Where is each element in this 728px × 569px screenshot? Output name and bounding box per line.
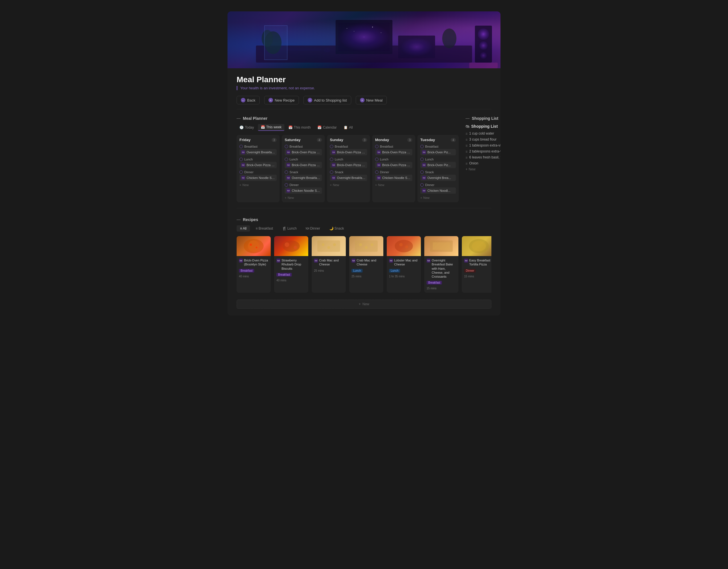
new-meal-link[interactable]: + New xyxy=(420,196,456,199)
svg-point-36 xyxy=(333,243,336,246)
recipe-card[interactable]: 🍽 Easy Breakfast Tortilla Pizza Dinner 1… xyxy=(462,236,491,293)
meal-item-text: Overnight Breakfast Bake with Ham, Ch... xyxy=(247,150,275,154)
recipe-card[interactable]: 🍽 Lobster Mac and Cheese Lunch 1 hr 35 m… xyxy=(387,236,421,293)
meal-item[interactable]: 🍽 Overnight Breakfast Bake with Ham, Ch.… xyxy=(330,175,367,181)
recipe-card[interactable]: 🍽 Strawberry Rhubarb Drop Biscuits Break… xyxy=(274,236,308,293)
meal-item-icon: 🍽 xyxy=(332,150,336,154)
tab-all[interactable]: 📋 All xyxy=(341,124,355,131)
meal-type-text: Breakfast xyxy=(289,145,303,148)
shopping-item-icon: ≡ xyxy=(466,162,468,165)
shopping-item-icon: ≡ xyxy=(466,138,468,142)
meal-item[interactable]: 🍽 Brick-Oven Pizza (Brooklyn Style) xyxy=(375,162,412,168)
recipe-card[interactable]: 🍽 Crab Mac and Cheese 25 mins xyxy=(312,236,346,293)
meal-type-text: Lunch xyxy=(335,158,343,161)
tab-this-month[interactable]: 📅 This month xyxy=(286,124,313,131)
meal-item[interactable]: 🍽 Overnight Breakfast Bake with Ham, Ch.… xyxy=(285,175,322,181)
new-meal-button[interactable]: + New Meal xyxy=(356,96,387,104)
filter-dinner[interactable]: 🍽 Dinner xyxy=(302,225,324,231)
recipe-info: 🍽 Crab Mac and Cheese Lunch 25 mins xyxy=(349,256,383,281)
meal-type-icon xyxy=(375,158,379,161)
meal-type-label: Lunch xyxy=(239,158,277,161)
recipe-name-row: 🍽 Brick-Oven Pizza (Brooklyn Style) xyxy=(239,258,268,266)
day-name: Sunday xyxy=(330,138,343,142)
shopping-items-list: ≡ 1 cup cold water≡ 3 cups bread flour≡ … xyxy=(466,131,501,165)
filter-snack[interactable]: 🌙 Snack xyxy=(326,225,348,231)
new-shopping-link[interactable]: + New xyxy=(466,167,501,171)
svg-rect-25 xyxy=(469,63,498,68)
planner-title: Meal Planner xyxy=(243,116,267,121)
meal-item[interactable]: 🍽 Overnight Breakfast Bake with Ham, Ch.… xyxy=(239,149,277,155)
recipe-time: 25 mins xyxy=(314,269,324,272)
meal-item[interactable]: 🍽 Brick-Oven Pizza (Brooklyn Style) xyxy=(375,149,412,155)
meal-item[interactable]: 🍽 Brick-Oven Pizza (Brooklyn Style) xyxy=(330,162,367,168)
day-name: Saturday xyxy=(285,138,301,142)
new-recipe-button[interactable]: + New Recipe xyxy=(264,96,299,104)
meal-item[interactable]: 🍽 Brick-Oven Pizza (Brooklyn Style) xyxy=(285,149,322,155)
meal-type-label: Lunch xyxy=(420,158,456,161)
recipe-thumbnail xyxy=(424,236,458,256)
page-subtitle: Your health is an investment, not an exp… xyxy=(237,86,491,90)
new-meal-link[interactable]: + New xyxy=(375,183,412,187)
new-meal-label: New Meal xyxy=(366,98,383,102)
meal-item[interactable]: 🍽 Overnight Brea... xyxy=(420,175,456,181)
app-container: Meal Planner Your health is an investmen… xyxy=(227,11,501,316)
new-meal-link[interactable]: + New xyxy=(330,183,367,187)
recipe-name-row: 🍽 Strawberry Rhubarb Drop Biscuits xyxy=(276,258,306,270)
add-shopping-button[interactable]: + Add to Shopping list xyxy=(303,96,351,104)
meal-type-icon xyxy=(239,145,243,148)
meal-group: Dinner 🍽 Chicken Noodl... xyxy=(420,183,456,194)
meal-group: Lunch 🍽 Brick-Oven Pizza (Brooklyn Style… xyxy=(330,158,367,168)
recipe-name-row: 🍽 Crab Mac and Cheese xyxy=(351,258,381,266)
svg-rect-45 xyxy=(433,242,450,250)
recipe-card[interactable]: 🍽 Brick-Oven Pizza (Brooklyn Style) Brea… xyxy=(237,236,271,293)
filter-all[interactable]: ≡ All xyxy=(237,225,250,231)
recipe-name-icon: 🍽 xyxy=(239,258,243,262)
meal-item[interactable]: 🍽 Chicken Noodle Soup xyxy=(375,175,412,181)
meal-type-text: Snack xyxy=(425,170,434,174)
meal-item[interactable]: 🍽 Brick-Oven Piz... xyxy=(420,162,456,168)
day-count: 4 xyxy=(451,138,456,142)
hero-desk-image xyxy=(227,11,501,68)
tab-calendar[interactable]: 📅 Calendar xyxy=(315,124,340,131)
recipe-name-row: 🍽 Crab Mac and Cheese xyxy=(314,258,344,266)
svg-point-42 xyxy=(399,243,403,246)
recipes-section-header: Recipes xyxy=(237,217,491,222)
recipe-card[interactable]: 🍽 Crab Mac and Cheese Lunch 25 mins xyxy=(349,236,383,293)
back-button[interactable]: ← Back xyxy=(237,96,260,104)
meal-item[interactable]: 🍽 Brick-Oven Pizza (Brooklyn Style) xyxy=(239,162,277,168)
meal-group: Breakfast 🍽 Brick-Oven Pizza (Brooklyn S… xyxy=(330,145,367,155)
new-meal-link[interactable]: + New xyxy=(285,196,322,199)
shopping-item: ≡ 1 cup cold water xyxy=(466,131,501,136)
recipe-card[interactable]: 🍽 Overnight Breakfast Bake with Ham, Che… xyxy=(424,236,458,293)
meal-type-icon xyxy=(420,183,424,187)
meal-item-icon: 🍽 xyxy=(241,176,245,180)
recipe-name-icon: 🍽 xyxy=(276,258,280,262)
recipe-name-row: 🍽 Overnight Breakfast Bake with Ham, Che… xyxy=(427,258,456,278)
meal-item[interactable]: 🍽 Chicken Noodle Soup xyxy=(239,175,277,181)
meal-item[interactable]: 🍽 Chicken Noodle Soup xyxy=(285,187,322,194)
meal-item-text: Brick-Oven Pizza (Brooklyn Style) xyxy=(292,150,320,154)
meal-type-label: Dinner xyxy=(285,183,322,187)
meal-item-text: Chicken Noodle Soup xyxy=(292,189,320,192)
recipe-thumbnail xyxy=(387,236,421,256)
recipe-time: 1 hr 35 mins xyxy=(389,275,405,278)
tab-today[interactable]: 🕐 Today xyxy=(237,124,257,131)
day-column-tuesday: Tuesday 4 Breakfast 🍽 Brick-Oven Piz... … xyxy=(417,135,459,202)
meal-item[interactable]: 🍽 Brick-Oven Pizza (Brooklyn Style) xyxy=(330,149,367,155)
filter-breakfast[interactable]: ≡ Breakfast xyxy=(252,225,276,231)
recipe-name-icon: 🍽 xyxy=(464,258,468,262)
meal-group: Snack 🍽 Overnight Breakfast Bake with Ha… xyxy=(285,170,322,181)
meal-item-icon: 🍽 xyxy=(286,163,290,167)
meal-item[interactable]: 🍽 Brick-Oven Piz... xyxy=(420,149,456,155)
meal-type-icon xyxy=(285,170,288,174)
meal-item[interactable]: 🍽 Brick-Oven Pizza (Brooklyn Style) xyxy=(285,162,322,168)
back-label: Back xyxy=(247,98,255,102)
new-meal-link[interactable]: + New xyxy=(239,183,277,187)
new-recipe-bottom-button[interactable]: + New xyxy=(237,300,491,309)
filter-lunch[interactable]: 🍴 Lunch xyxy=(279,225,300,231)
meal-type-text: Lunch xyxy=(289,158,298,161)
tab-this-week[interactable]: 📅 This week xyxy=(258,124,284,131)
meal-type-icon xyxy=(330,158,333,161)
meal-group: Breakfast 🍽 Brick-Oven Pizza (Brooklyn S… xyxy=(285,145,322,155)
meal-item[interactable]: 🍽 Chicken Noodl... xyxy=(420,187,456,194)
